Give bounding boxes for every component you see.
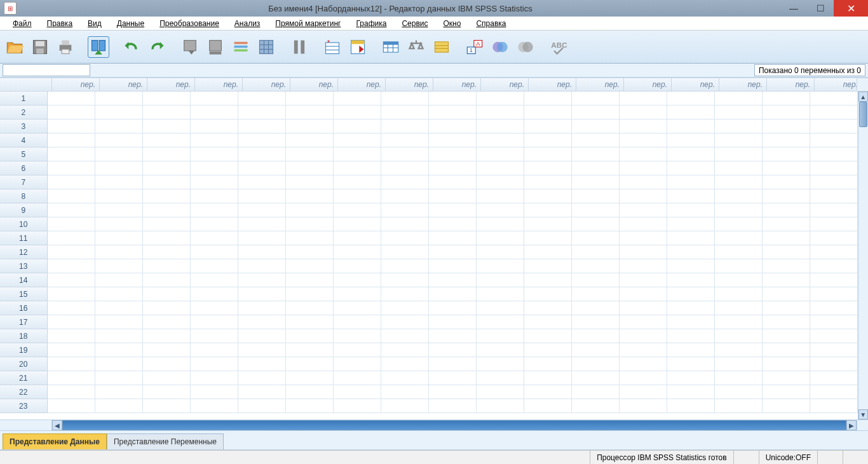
column-header[interactable]: пер. — [243, 78, 290, 92]
cell[interactable] — [667, 203, 715, 217]
cell[interactable] — [810, 287, 858, 301]
cell[interactable] — [48, 357, 95, 371]
cell[interactable] — [48, 273, 95, 287]
cell[interactable] — [715, 189, 763, 203]
cell[interactable] — [95, 175, 143, 189]
open-button[interactable] — [4, 36, 25, 58]
cell[interactable] — [429, 119, 477, 133]
cell[interactable] — [143, 371, 191, 385]
cell[interactable] — [763, 203, 810, 217]
row-header[interactable]: 15 — [0, 287, 48, 301]
cell[interactable] — [524, 301, 572, 315]
cell[interactable] — [477, 119, 524, 133]
cell[interactable] — [429, 399, 477, 413]
cell[interactable] — [381, 287, 429, 301]
scroll-left-icon[interactable]: ◀ — [52, 420, 62, 430]
cell[interactable] — [191, 357, 238, 371]
cell[interactable] — [191, 385, 238, 399]
cell[interactable] — [191, 343, 238, 357]
cell[interactable] — [95, 301, 143, 315]
cell[interactable] — [143, 147, 191, 161]
cell[interactable] — [95, 245, 143, 259]
cell[interactable] — [572, 175, 620, 189]
cell[interactable] — [238, 92, 286, 106]
cell[interactable] — [572, 92, 620, 106]
cell[interactable] — [477, 259, 524, 273]
spellcheck-button[interactable]: ABC — [548, 36, 569, 58]
cell[interactable] — [95, 315, 143, 329]
cell[interactable] — [763, 329, 810, 343]
cell[interactable] — [238, 133, 286, 147]
cell[interactable] — [715, 217, 763, 231]
grid-corner[interactable] — [0, 78, 52, 92]
cell[interactable] — [143, 119, 191, 133]
row-header[interactable]: 16 — [0, 301, 48, 315]
cell[interactable] — [286, 315, 334, 329]
cell[interactable] — [524, 371, 572, 385]
cell[interactable] — [667, 329, 715, 343]
cell[interactable] — [572, 357, 620, 371]
cell[interactable] — [286, 217, 334, 231]
redo-button[interactable] — [146, 36, 168, 58]
use-sets-button[interactable] — [489, 36, 511, 58]
column-header[interactable]: пер. — [52, 78, 100, 92]
cell[interactable] — [143, 161, 191, 175]
cell[interactable] — [763, 119, 810, 133]
menu-data[interactable]: Данные — [109, 18, 152, 29]
cell[interactable] — [429, 315, 477, 329]
cell[interactable] — [429, 301, 477, 315]
cell[interactable] — [477, 217, 524, 231]
cell[interactable] — [429, 343, 477, 357]
cell[interactable] — [667, 175, 715, 189]
cell[interactable] — [667, 189, 715, 203]
cell[interactable] — [810, 301, 858, 315]
sets-button[interactable] — [515, 36, 536, 58]
cell[interactable] — [286, 231, 334, 245]
cell[interactable] — [620, 315, 667, 329]
cell[interactable] — [381, 301, 429, 315]
cell[interactable] — [95, 231, 143, 245]
cell[interactable] — [810, 259, 858, 273]
cell[interactable] — [238, 106, 286, 119]
cell[interactable] — [238, 315, 286, 329]
column-header[interactable]: пер. — [338, 78, 386, 92]
cell[interactable] — [715, 161, 763, 175]
column-header[interactable]: пер. — [624, 78, 672, 92]
cell[interactable] — [286, 371, 334, 385]
cell[interactable] — [477, 245, 524, 259]
cell[interactable] — [48, 329, 95, 343]
select-button[interactable] — [431, 36, 452, 58]
row-header[interactable]: 23 — [0, 399, 48, 413]
cell[interactable] — [524, 315, 572, 329]
cell[interactable] — [715, 245, 763, 259]
insert-case-button[interactable]: * — [322, 36, 343, 58]
cell[interactable] — [763, 175, 810, 189]
cell[interactable] — [286, 189, 334, 203]
cell[interactable] — [334, 92, 381, 106]
cell[interactable] — [429, 133, 477, 147]
cell[interactable] — [191, 273, 238, 287]
cell[interactable] — [334, 329, 381, 343]
cell[interactable] — [524, 175, 572, 189]
cell[interactable] — [95, 133, 143, 147]
cell[interactable] — [477, 203, 524, 217]
cell[interactable] — [95, 371, 143, 385]
cell[interactable] — [191, 287, 238, 301]
cell[interactable] — [572, 329, 620, 343]
cell[interactable] — [524, 329, 572, 343]
cell[interactable] — [95, 203, 143, 217]
cell[interactable] — [477, 106, 524, 119]
cell[interactable] — [191, 329, 238, 343]
cell[interactable] — [95, 357, 143, 371]
cell[interactable] — [477, 357, 524, 371]
row-header[interactable]: 9 — [0, 203, 48, 217]
row-header[interactable]: 10 — [0, 217, 48, 231]
cell[interactable] — [48, 119, 95, 133]
cell[interactable] — [715, 329, 763, 343]
cell[interactable] — [48, 203, 95, 217]
cell[interactable] — [715, 259, 763, 273]
cell[interactable] — [95, 92, 143, 106]
cell[interactable] — [238, 245, 286, 259]
column-header[interactable]: пер. — [100, 78, 147, 92]
cell[interactable] — [620, 133, 667, 147]
